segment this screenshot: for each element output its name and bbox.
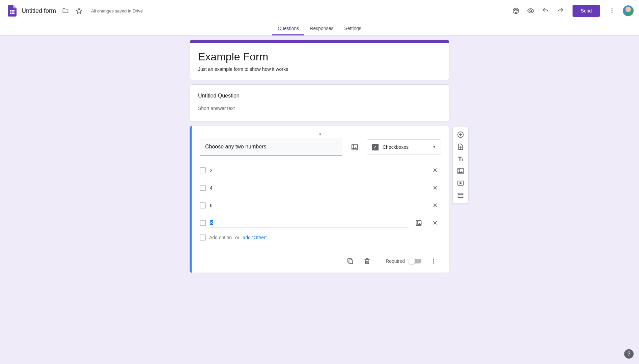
add-option-row: Add option or add "Other"	[200, 232, 441, 247]
forms-logo-icon	[5, 4, 19, 18]
option-row: 2 ✕	[200, 162, 441, 179]
add-image-icon[interactable]	[454, 165, 467, 177]
move-to-folder-icon[interactable]	[59, 4, 72, 18]
add-section-icon[interactable]	[454, 189, 467, 201]
svg-rect-26	[458, 193, 463, 195]
tab-bar: Questions Responses Settings	[0, 22, 639, 36]
delete-icon[interactable]	[360, 254, 374, 269]
svg-point-15	[353, 145, 354, 146]
question-card-1[interactable]: Untitled Question Short answer text	[190, 84, 449, 122]
question-more-icon[interactable]	[426, 254, 441, 269]
option-label[interactable]: 6	[210, 201, 425, 210]
svg-point-10	[530, 10, 532, 12]
account-avatar[interactable]	[623, 5, 634, 16]
form-title[interactable]: Example Form	[198, 51, 441, 63]
remove-option-icon[interactable]: ✕	[429, 164, 441, 176]
add-video-icon[interactable]	[454, 177, 467, 189]
option-label-editing[interactable]: 8	[210, 219, 409, 227]
svg-point-13	[611, 12, 612, 13]
duplicate-icon[interactable]	[343, 254, 358, 269]
checkbox-icon	[200, 202, 206, 208]
add-option-button[interactable]: Add option	[209, 235, 232, 240]
more-icon[interactable]	[605, 4, 619, 18]
divider	[380, 256, 380, 266]
send-button[interactable]: Send	[573, 5, 600, 17]
required-label: Required	[386, 258, 405, 264]
option-row: 4 ✕	[200, 179, 441, 197]
svg-point-8	[516, 9, 517, 10]
form-canvas: Example Form Just an example form to sho…	[190, 40, 449, 273]
svg-point-21	[433, 262, 434, 263]
import-questions-icon[interactable]	[454, 141, 467, 153]
question-type-select[interactable]: ✓ Checkboxes ▼	[367, 139, 441, 155]
required-toggle[interactable]	[409, 259, 421, 263]
remove-option-icon[interactable]: ✕	[429, 199, 441, 212]
short-answer-placeholder: Short answer text	[198, 106, 320, 113]
preview-icon[interactable]	[524, 4, 537, 18]
app-header: Untitled form All changes saved in Drive…	[0, 0, 639, 22]
document-title[interactable]: Untitled form	[22, 7, 56, 15]
question-type-label: Checkboxes	[383, 144, 428, 150]
option-label[interactable]: 4	[210, 184, 425, 192]
checkbox-icon	[200, 185, 206, 191]
question-footer: Required	[200, 251, 441, 273]
tab-settings[interactable]: Settings	[339, 22, 367, 35]
option-label[interactable]: 2	[210, 166, 425, 175]
form-description[interactable]: Just an example form to show how it work…	[198, 66, 441, 72]
drag-handle-icon[interactable]: ⠿	[200, 132, 441, 137]
question-title-input[interactable]	[200, 138, 342, 156]
side-toolbar	[452, 126, 469, 204]
svg-point-17	[417, 221, 418, 222]
remove-option-icon[interactable]: ✕	[429, 182, 441, 194]
checkbox-icon	[200, 234, 206, 241]
tab-responses[interactable]: Responses	[304, 22, 339, 35]
option-row: 6 ✕	[200, 197, 441, 214]
svg-rect-3	[11, 11, 15, 12]
add-image-icon[interactable]	[348, 140, 361, 154]
question-card-2-active[interactable]: ⠿ ✓ Checkboxes ▼ 2 ✕ 4 ✕ 6 ✕	[190, 126, 449, 273]
svg-rect-1	[11, 10, 15, 11]
svg-point-7	[514, 10, 515, 11]
form-header-card[interactable]: Example Form Just an example form to sho…	[190, 40, 449, 80]
svg-rect-0	[10, 10, 11, 11]
add-title-icon[interactable]	[454, 153, 467, 165]
chevron-down-icon: ▼	[433, 145, 436, 149]
svg-rect-5	[11, 13, 15, 14]
checkbox-icon	[200, 167, 206, 173]
add-question-icon[interactable]	[454, 129, 467, 141]
remove-option-icon[interactable]: ✕	[429, 217, 441, 229]
svg-point-12	[611, 10, 612, 11]
svg-rect-4	[10, 13, 11, 14]
star-icon[interactable]	[72, 4, 86, 18]
option-row: 8 ✕	[200, 214, 441, 232]
save-status: All changes saved in Drive	[91, 8, 143, 13]
checkbox-icon	[200, 220, 206, 226]
svg-point-20	[433, 260, 434, 261]
add-option-image-icon[interactable]	[413, 217, 425, 229]
customize-theme-icon[interactable]	[509, 4, 523, 18]
tab-questions[interactable]: Questions	[272, 22, 304, 35]
svg-point-9	[517, 10, 518, 11]
redo-icon[interactable]	[554, 4, 567, 18]
question-title[interactable]: Untitled Question	[198, 93, 441, 99]
add-other-button[interactable]: add "Other"	[243, 235, 267, 240]
checkbox-type-icon: ✓	[372, 144, 379, 150]
svg-rect-18	[349, 260, 353, 263]
svg-point-11	[611, 8, 612, 9]
svg-rect-27	[458, 196, 463, 198]
svg-rect-2	[10, 11, 11, 12]
svg-point-24	[459, 169, 460, 170]
undo-icon[interactable]	[539, 4, 552, 18]
or-text: or	[235, 235, 239, 240]
svg-point-19	[433, 259, 434, 260]
